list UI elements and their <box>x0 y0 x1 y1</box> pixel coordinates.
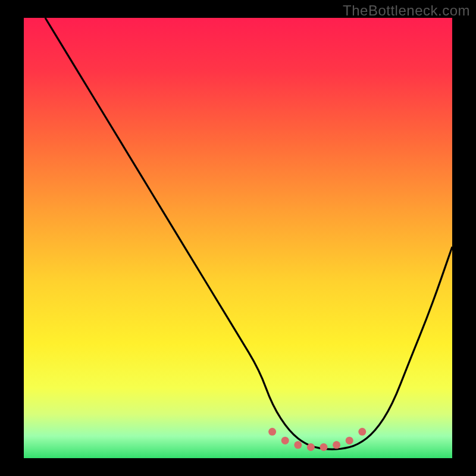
optimal-dot <box>307 443 315 451</box>
chart-frame: TheBottleneck.com <box>0 0 476 476</box>
optimal-dot <box>294 441 302 449</box>
optimal-dot <box>268 428 276 436</box>
optimal-dot <box>358 428 366 436</box>
optimal-dot <box>333 441 340 449</box>
optimal-dot <box>281 437 289 444</box>
bottleneck-chart <box>0 0 476 476</box>
watermark-text: TheBottleneck.com <box>343 2 470 19</box>
optimal-dot <box>346 437 353 444</box>
plot-background <box>24 18 452 458</box>
optimal-dot <box>320 443 328 451</box>
